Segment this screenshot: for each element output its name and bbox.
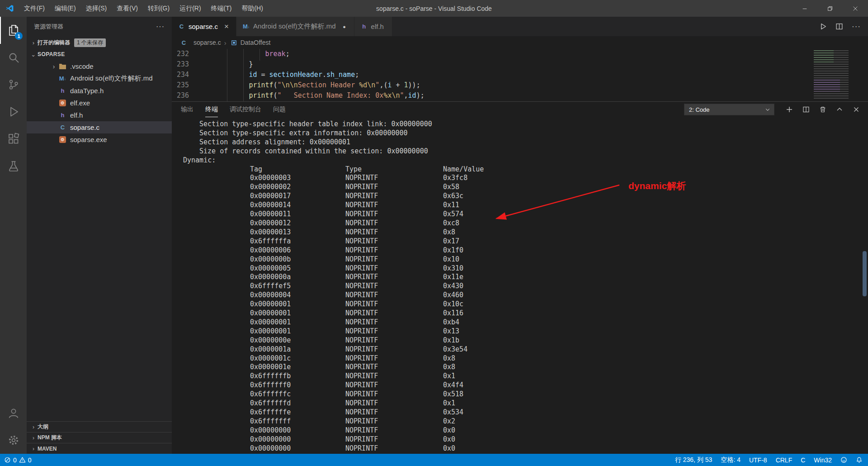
terminal-table-row: 0x6ffffffcNOPRINTF0x518 — [183, 390, 862, 399]
editor-tab[interactable]: helf.h — [354, 17, 392, 36]
activity-bar: 1 — [0, 17, 27, 454]
panel-tab[interactable]: 输出 — [181, 102, 193, 117]
menu-item[interactable]: 文件(F) — [19, 0, 50, 17]
sidebar-section-label: 大纲 — [38, 423, 48, 431]
activity-testing[interactable] — [0, 152, 27, 180]
close-window-button[interactable] — [843, 0, 868, 17]
menu-item[interactable]: 运行(R) — [175, 0, 206, 17]
status-item[interactable]: Win32 — [814, 456, 832, 464]
terminal-table-row: 0x6ffffff0NOPRINTF0x4f4 — [183, 381, 862, 390]
sidebar-section[interactable]: ›大纲 — [27, 421, 172, 432]
menu-item[interactable]: 帮助(H) — [236, 0, 268, 17]
code-line[interactable]: 232 break; — [172, 49, 868, 59]
terminal-table-row: 0x6ffffffbNOPRINTF0x1 — [183, 372, 862, 381]
activity-explorer[interactable]: 1 — [0, 17, 27, 44]
breadcrumb-item[interactable]: DataOffest — [230, 39, 271, 46]
sidebar-section[interactable]: ›MAVEN — [27, 443, 172, 454]
menu-item[interactable]: 转到(G) — [143, 0, 175, 17]
terminal-picker-value: 2: Code — [689, 106, 710, 113]
terminal-output[interactable]: Section type-specific header table index… — [172, 118, 862, 454]
testing-flask-icon — [7, 160, 20, 172]
panel-scrollbar[interactable] — [863, 251, 867, 296]
indent-guide — [227, 49, 227, 101]
status-item[interactable]: 空格: 4 — [721, 456, 741, 464]
activity-account[interactable] — [0, 399, 27, 427]
menu-item[interactable]: 选择(S) — [81, 0, 112, 17]
source-control-icon — [7, 78, 20, 91]
file-item[interactable]: hdataType.h — [27, 85, 172, 97]
tab-bar: Csoparse.c×M↓Android so(elf)文件解析.md●helf… — [172, 17, 868, 36]
breadcrumb: Csoparse.c›DataOffest — [172, 36, 868, 49]
chevron-down-icon — [765, 107, 770, 112]
panel-tab[interactable]: 调试控制台 — [230, 102, 261, 117]
run-button[interactable] — [819, 23, 827, 30]
terminal-line: Section type-specific extra information:… — [199, 129, 862, 138]
terminal-table-row: 0x00000003NOPRINTF0x3fc8 — [183, 174, 862, 183]
folder-root-section[interactable]: ⌄ SOPARSE — [27, 48, 172, 60]
file-item[interactable]: Csoparse.c — [27, 121, 172, 133]
panel-tab[interactable]: 问题 — [273, 102, 286, 117]
terminal-picker-dropdown[interactable]: 2: Code — [684, 104, 774, 115]
code-line[interactable]: 236 printf(" Section Name Index: 0x%x\n"… — [172, 90, 868, 101]
sidebar-section[interactable]: ›NPM 脚本 — [27, 432, 172, 443]
file-item[interactable]: ⚙soparse.exe — [27, 133, 172, 146]
split-terminal-icon[interactable] — [802, 106, 810, 113]
menu-item[interactable]: 编辑(E) — [50, 0, 81, 17]
code-line[interactable]: 234 id = sectionHeader.sh_name; — [172, 70, 868, 80]
file-item[interactable]: ⚙elf.exe — [27, 97, 172, 109]
status-item[interactable]: CRLF — [776, 456, 793, 464]
kill-terminal-trash-icon[interactable] — [819, 106, 826, 113]
open-editors-section[interactable]: › 打开的编辑器 1 个未保存 — [27, 37, 172, 48]
menu-item[interactable]: 查看(V) — [112, 0, 143, 17]
split-editor-icon[interactable] — [835, 23, 843, 30]
vscode-window: 文件(F)编辑(E)选择(S)查看(V)转到(G)运行(R)终端(T)帮助(H)… — [0, 0, 868, 466]
problems-indicator[interactable]: 0 0 — [4, 456, 32, 464]
minimap[interactable] — [811, 49, 861, 101]
minimize-button[interactable] — [792, 0, 817, 17]
terminal-table-row: 0x0000000eNOPRINTF0x1b — [183, 336, 862, 345]
code-editor[interactable]: 232 break;233 }234 id = sectionHeader.sh… — [172, 49, 868, 101]
terminal-table-row: 0x00000000NOPRINTF0x0 — [183, 426, 862, 435]
file-item[interactable]: M↓Android so(elf)文件解析.md — [27, 72, 172, 85]
feedback-smiley-icon[interactable] — [840, 456, 847, 463]
breadcrumb-item[interactable]: Csoparse.c — [179, 39, 221, 46]
explorer-more-actions-icon[interactable]: ··· — [156, 23, 165, 31]
terminal-table-row: 0x0000001eNOPRINTF0x8 — [183, 363, 862, 372]
activity-extensions[interactable] — [0, 125, 27, 152]
notifications-bell-icon[interactable] — [856, 456, 863, 463]
status-item[interactable]: 行 236, 列 53 — [675, 456, 712, 464]
editor-actions: ··· — [819, 17, 868, 36]
status-bar: 0 0 行 236, 列 53空格: 4UTF-8CRLFCWin32 — [0, 454, 868, 466]
file-item[interactable]: helf.h — [27, 109, 172, 121]
c-file-icon: C — [179, 39, 188, 46]
run-debug-icon — [7, 105, 20, 118]
file-item[interactable]: ›.vscode — [27, 60, 172, 72]
close-panel-icon[interactable] — [853, 106, 860, 113]
restore-button[interactable] — [817, 0, 843, 17]
editor-more-actions-icon[interactable]: ··· — [852, 22, 861, 31]
menu-item[interactable]: 终端(T) — [206, 0, 237, 17]
editor-tab[interactable]: M↓Android so(elf)文件解析.md● — [236, 17, 354, 36]
error-count: 0 — [13, 456, 17, 464]
tab-dirty-icon[interactable]: ● — [340, 24, 349, 29]
panel-tab[interactable]: 终端 — [205, 102, 218, 117]
editor-tab[interactable]: Csoparse.c× — [172, 17, 236, 36]
terminal-column-header: Type — [345, 165, 443, 174]
activity-settings[interactable] — [0, 427, 27, 454]
new-terminal-icon[interactable] — [786, 106, 793, 113]
code-line[interactable]: 233 } — [172, 59, 868, 70]
terminal-table-row: 0x00000000NOPRINTF0x0 — [183, 435, 862, 444]
activity-run-debug[interactable] — [0, 98, 27, 125]
c-file-icon: C — [177, 23, 186, 30]
tab-close-icon[interactable]: × — [222, 22, 231, 31]
status-item[interactable]: C — [801, 456, 805, 464]
maximize-panel-icon[interactable] — [836, 106, 843, 113]
activity-search[interactable] — [0, 44, 27, 71]
tab-label: elf.h — [371, 23, 384, 30]
panel-header: 输出终端调试控制台问题 2: Code — [172, 102, 868, 117]
status-item[interactable]: UTF-8 — [749, 456, 767, 464]
activity-source-control[interactable] — [0, 71, 27, 98]
indent-guide — [243, 49, 244, 101]
terminal-table-row: 0x00000001NOPRINTF0x116 — [183, 309, 862, 318]
code-line[interactable]: 235 printf("\n\nSection Header %d\n",(i … — [172, 80, 868, 90]
